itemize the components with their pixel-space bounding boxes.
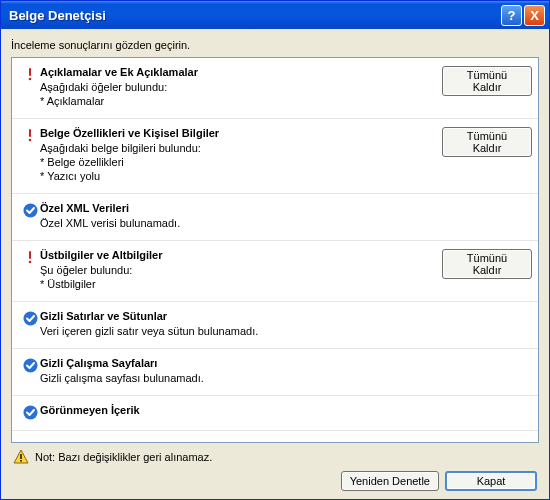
result-action [442,357,532,385]
close-dialog-button[interactable]: Kapat [445,471,537,491]
help-icon: ? [508,8,516,23]
result-action: Tümünü Kaldır [442,249,532,291]
result-body: Görünmeyen İçerik [40,404,442,420]
result-action: Tümünü Kaldır [442,66,532,108]
note-text: Not: Bazı değişiklikler geri alınamaz. [35,451,212,463]
svg-point-6 [29,261,32,264]
result-title: Gizli Çalışma Sayfaları [40,357,436,369]
result-body: Özel XML VerileriÖzel XML verisi bulunam… [40,202,442,230]
svg-rect-11 [20,454,22,459]
result-body: Gizli Çalışma SayfalarıGizli çalışma say… [40,357,442,385]
result-item: Gizli Çalışma SayfalarıGizli çalışma say… [12,349,538,396]
result-title: Gizli Satırlar ve Sütunlar [40,310,436,322]
result-body: Açıklamalar ve Ek AçıklamalarAşağıdaki ö… [40,66,442,108]
svg-point-3 [29,139,32,142]
result-item: Açıklamalar ve Ek AçıklamalarAşağıdaki ö… [12,58,538,119]
check-icon [20,357,40,385]
titlebar: Belge Denetçisi ? X [1,1,549,29]
result-item: Üstbilgiler ve AltbilgilerŞu öğeler bulu… [12,241,538,302]
alert-icon [20,66,40,108]
check-icon [20,404,40,420]
warning-icon [13,449,29,465]
result-title: Görünmeyen İçerik [40,404,436,416]
titlebar-buttons: ? X [501,5,545,26]
result-action [442,202,532,230]
result-body: Belge Özellikleri ve Kişisel BilgilerAşa… [40,127,442,183]
remove-all-button[interactable]: Tümünü Kaldır [442,127,532,157]
results-list[interactable]: Açıklamalar ve Ek AçıklamalarAşağıdaki ö… [11,57,539,443]
window-title: Belge Denetçisi [9,8,501,23]
close-button[interactable]: X [524,5,545,26]
result-action [442,404,532,420]
result-title: Özel XML Verileri [40,202,436,214]
result-detail: Aşağıdaki belge bilgileri bulundu:* Belg… [40,141,436,183]
check-icon [20,310,40,338]
alert-icon [20,249,40,291]
remove-all-button[interactable]: Tümünü Kaldır [442,249,532,279]
result-detail: Veri içeren gizli satır veya sütun bulun… [40,324,436,338]
result-title: Açıklamalar ve Ek Açıklamalar [40,66,436,78]
result-detail: Gizli çalışma sayfası bulunamadı. [40,371,436,385]
close-icon: X [530,8,539,23]
svg-rect-2 [29,129,31,137]
reinspect-button[interactable]: Yeniden Denetle [341,471,439,491]
result-detail: Özel XML verisi bulunamadı. [40,216,436,230]
result-item: Belge Özellikleri ve Kişisel BilgilerAşa… [12,119,538,194]
result-item: Görünmeyen İçerik [12,396,538,431]
result-action: Tümünü Kaldır [442,127,532,183]
dialog-window: Belge Denetçisi ? X İnceleme sonuçlarını… [0,0,550,500]
svg-rect-12 [20,460,22,462]
svg-point-1 [29,78,32,81]
content-area: İnceleme sonuçlarını gözden geçirin. Açı… [1,29,549,499]
note-row: Not: Bazı değişiklikler geri alınamaz. [11,443,539,471]
alert-icon [20,127,40,183]
result-action [442,310,532,338]
result-detail: Aşağıdaki öğeler bulundu:* Açıklamalar [40,80,436,108]
subtitle: İnceleme sonuçlarını gözden geçirin. [11,39,539,51]
footer-buttons: Yeniden Denetle Kapat [11,471,539,491]
result-detail: Şu öğeler bulundu:* Üstbilgiler [40,263,436,291]
help-button[interactable]: ? [501,5,522,26]
svg-rect-5 [29,251,31,259]
result-item: Özel XML VerileriÖzel XML verisi bulunam… [12,194,538,241]
svg-rect-0 [29,68,31,76]
result-item: Gizli Satırlar ve SütunlarVeri içeren gi… [12,302,538,349]
check-icon [20,202,40,230]
remove-all-button[interactable]: Tümünü Kaldır [442,66,532,96]
result-title: Üstbilgiler ve Altbilgiler [40,249,436,261]
result-body: Gizli Satırlar ve SütunlarVeri içeren gi… [40,310,442,338]
result-body: Üstbilgiler ve AltbilgilerŞu öğeler bulu… [40,249,442,291]
result-title: Belge Özellikleri ve Kişisel Bilgiler [40,127,436,139]
